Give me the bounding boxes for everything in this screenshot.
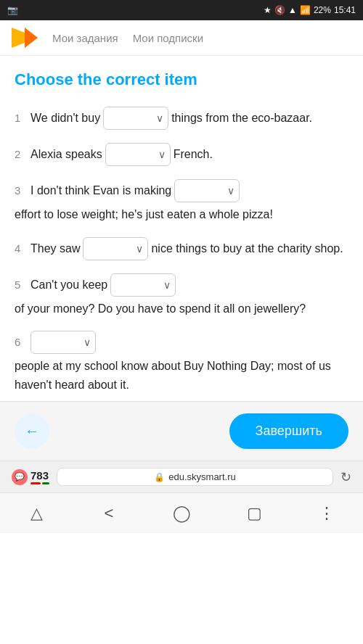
nav-my-subscriptions[interactable]: Мои подписки <box>133 32 203 44</box>
battery-text: 22% <box>314 5 331 15</box>
question-number-4: 4 <box>15 240 28 257</box>
question-item-2: 2 Alexia speaks a some the ∨ French. <box>15 143 348 166</box>
page-title: Choose the correct item <box>15 70 348 89</box>
question-text-6-after: people at my school know about Buy Nothi… <box>15 357 348 394</box>
dropdown-3[interactable]: a little little few ∨ <box>174 179 240 202</box>
status-bar: 📷 ★ 🔇 ▲ 📶 22% 15:41 <box>0 0 363 20</box>
dropdown-6[interactable]: Few A few Many ∨ <box>30 331 96 354</box>
question-text-1-before: We didn't buy <box>30 109 100 128</box>
svg-marker-1 <box>25 28 38 48</box>
question-number-2: 2 <box>15 146 28 163</box>
question-text-1-after: things from the eco-bazaar. <box>171 109 312 128</box>
chat-bar-green <box>42 482 49 484</box>
tabs-nav-button[interactable]: ▢ <box>237 496 272 531</box>
question-number-6: 6 <box>15 334 28 351</box>
dropdown-select-4[interactable]: some any a few <box>89 243 143 255</box>
question-text-4-after: nice things to buy at the charity shop. <box>151 239 343 258</box>
nav-my-tasks[interactable]: Мои задания <box>52 32 118 44</box>
time-display: 15:41 <box>334 5 356 15</box>
menu-nav-button[interactable]: ⋮ <box>309 496 344 531</box>
question-row-3: 3 I don't think Evan is making a little … <box>15 179 348 224</box>
question-text-5-after: of your money? Do you have to spend it a… <box>15 300 306 318</box>
question-text-5-before: Can't you keep <box>30 276 107 294</box>
question-number-5: 5 <box>15 276 28 294</box>
question-text-3-after: effort to lose weight; he's just eaten a… <box>15 205 273 224</box>
dropdown-5[interactable]: track some any ∨ <box>110 273 176 297</box>
question-row-1: 1 We didn't buy any some a few ∨ things … <box>15 107 348 130</box>
question-text-4-before: They saw <box>30 239 80 258</box>
dropdown-1[interactable]: any some a few ∨ <box>103 107 168 130</box>
question-text-3-before: I don't think Evan is making <box>30 181 171 200</box>
chat-bar-red <box>30 482 41 484</box>
finish-button[interactable]: Завершить <box>229 413 348 449</box>
chat-count: 783 <box>30 469 49 482</box>
question-row-4: 4 They saw some any a few ∨ nice things … <box>15 237 348 260</box>
nav-links: Мои задания Мои подписки <box>52 32 203 44</box>
chat-icon: 💬 <box>12 469 28 485</box>
dropdown-2[interactable]: a some the ∨ <box>105 143 171 166</box>
refresh-button[interactable]: ↻ <box>340 469 351 485</box>
back-button[interactable]: ← <box>15 414 49 449</box>
question-number-3: 3 <box>15 182 28 199</box>
question-item-5: 5 Can't you keep track some any ∨ of you… <box>15 273 348 318</box>
url-bar[interactable]: 🔒 edu.skysmart.ru <box>57 468 333 486</box>
question-item-1: 1 We didn't buy any some a few ∨ things … <box>15 107 348 130</box>
status-bar-right: ★ 🔇 ▲ 📶 22% 15:41 <box>264 5 356 15</box>
question-item-4: 4 They saw some any a few ∨ nice things … <box>15 237 348 260</box>
url-text: edu.skysmart.ru <box>168 471 235 482</box>
share-nav-button[interactable]: < <box>91 496 126 531</box>
main-content: Choose the correct item 1 We didn't buy … <box>0 56 363 401</box>
lock-icon: 🔒 <box>154 472 165 482</box>
footer-bar: ← Завершить <box>0 401 363 461</box>
navbar: Мои задания Мои подписки <box>0 20 363 56</box>
dropdown-select-3[interactable]: a little little few <box>181 185 234 197</box>
signal-icon: 📶 <box>300 5 311 15</box>
question-row-5: 5 Can't you keep track some any ∨ of you… <box>15 273 348 318</box>
question-row-6: 6 Few A few Many ∨ people at my school k… <box>15 331 348 394</box>
bottom-nav: △ < ◯ ▢ ⋮ <box>0 492 363 533</box>
question-item-6: 6 Few A few Many ∨ people at my school k… <box>15 331 348 394</box>
dropdown-4[interactable]: some any a few ∨ <box>83 237 148 260</box>
browser-chat: 💬 783 <box>12 469 49 485</box>
mute-icon: 🔇 <box>274 5 285 15</box>
dropdown-select-5[interactable]: track some any <box>117 279 171 291</box>
wifi-icon: ▲ <box>288 5 297 15</box>
add-nav-button[interactable]: ◯ <box>164 496 199 531</box>
browser-bar: 💬 783 🔒 edu.skysmart.ru ↻ <box>0 461 363 492</box>
bluetooth-icon: ★ <box>264 5 272 15</box>
chat-bar-sub <box>30 482 49 484</box>
app-logo <box>12 28 38 48</box>
question-list: 1 We didn't buy any some a few ∨ things … <box>15 107 348 394</box>
camera-icon: 📷 <box>7 5 18 15</box>
home-nav-button[interactable]: △ <box>19 496 54 531</box>
question-item-3: 3 I don't think Evan is making a little … <box>15 179 348 224</box>
question-row-2: 2 Alexia speaks a some the ∨ French. <box>15 143 348 166</box>
status-bar-left: 📷 <box>7 5 18 15</box>
question-text-2-before: Alexia speaks <box>30 145 102 164</box>
dropdown-select-6[interactable]: Few A few Many <box>37 337 91 348</box>
dropdown-select-2[interactable]: a some the <box>112 149 166 160</box>
question-text-2-after: French. <box>174 145 213 164</box>
question-number-1: 1 <box>15 110 28 127</box>
dropdown-select-1[interactable]: any some a few <box>110 112 163 124</box>
